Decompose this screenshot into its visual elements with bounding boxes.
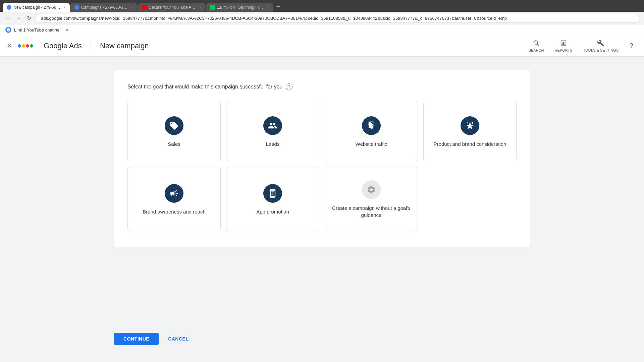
leads-icon-circle	[263, 116, 282, 135]
app-name-label: Google Ads	[38, 42, 82, 50]
campaign-card: Select the goal that would make this cam…	[114, 70, 530, 247]
goal-prompt-text: Select the goal that would make this cam…	[127, 84, 282, 90]
goal-card-product-brand[interactable]: Product and brand consideration	[423, 101, 517, 161]
page-title: New campaign	[100, 42, 149, 50]
header-divider: |	[90, 41, 92, 51]
tab-2-favicon	[74, 5, 79, 10]
header-left: ✕ Google Ads | New campaign	[7, 41, 525, 51]
tab-3[interactable]: Secure Your YouTube Account... ×	[138, 3, 205, 12]
goal-card-website-traffic[interactable]: Website traffic	[325, 101, 418, 161]
google-ads-logo: Google Ads	[18, 42, 82, 50]
close-campaign-button[interactable]: ✕	[7, 42, 12, 50]
no-goal-label: Create a campaign without a goal's guida…	[332, 204, 411, 219]
sparkle-icon	[465, 121, 475, 130]
tag-icon	[169, 121, 179, 130]
main-content: Select the goal that would make this cam…	[0, 57, 644, 325]
action-buttons: CONTINUE CANCEL	[94, 325, 550, 353]
search-label: SEARCH	[529, 48, 544, 52]
tab-4-close[interactable]: ×	[267, 5, 269, 9]
tools-settings-label: TOOLS & SETTINGS	[583, 48, 619, 52]
tab-1-title: New campaign - 279-560-1893...	[13, 5, 60, 10]
goal-help-icon[interactable]: ?	[286, 83, 292, 90]
cancel-button[interactable]: CANCEL	[165, 333, 191, 345]
refresh-button[interactable]: ↻	[25, 14, 33, 23]
notification-close-button[interactable]: ×	[66, 27, 68, 33]
new-tab-button[interactable]: +	[274, 2, 283, 12]
tab-1-close[interactable]: ×	[64, 5, 66, 9]
website-traffic-icon-circle	[362, 116, 381, 135]
cursor-icon	[367, 121, 376, 130]
goals-grid-row2: Brand awareness and reach App promotion …	[127, 167, 517, 231]
svg-point-1	[472, 122, 473, 124]
tab-2[interactable]: Campaigns - 279-860-1893 ×	[70, 3, 138, 12]
search-button[interactable]: SEARCH	[525, 37, 548, 55]
tab-1-favicon	[7, 5, 11, 10]
goals-grid-row1: Sales Leads Website traffic	[127, 101, 517, 161]
reports-button[interactable]: REPORTS	[550, 37, 576, 55]
forward-button[interactable]: →	[15, 14, 23, 23]
website-traffic-label: Website traffic	[356, 140, 387, 147]
goal-card-sales[interactable]: Sales	[127, 101, 221, 161]
browser-chrome: New campaign - 279-560-1893... × Campaig…	[0, 0, 644, 25]
product-brand-icon-circle	[461, 116, 479, 135]
tab-4-title: 1.8 million+ Stunning Free Im...	[217, 5, 264, 10]
leads-label: Leads	[266, 140, 280, 147]
tab-3-title: Secure Your YouTube Account...	[149, 5, 196, 10]
gear-icon	[367, 185, 376, 194]
logo-circle-green	[30, 44, 33, 48]
tools-settings-button[interactable]: TOOLS & SETTINGS	[579, 37, 623, 55]
tab-4[interactable]: 1.8 million+ Stunning Free Im... ×	[206, 3, 273, 12]
help-button[interactable]: ?	[625, 40, 637, 52]
logo-circle-yellow	[22, 44, 25, 48]
tab-2-title: Campaigns - 279-860-1893	[81, 5, 128, 10]
ads-header: ✕ Google Ads | New campaign SEARCH REPOR…	[0, 35, 644, 57]
no-goal-icon-circle	[362, 180, 381, 199]
header-right: SEARCH REPORTS TOOLS & SETTINGS ?	[525, 37, 637, 55]
reports-label: REPORTS	[554, 48, 572, 52]
brand-awareness-label: Brand awareness and reach	[143, 208, 206, 215]
tab-3-favicon	[142, 5, 147, 10]
logo-circle-red	[26, 44, 29, 48]
logo-circles	[18, 44, 33, 48]
app-promotion-label: App promotion	[256, 208, 289, 215]
app-promotion-icon-circle	[263, 184, 282, 203]
reports-icon	[560, 40, 567, 47]
tab-3-close[interactable]: ×	[199, 5, 201, 9]
notification-text: Link 1 YouTube channel	[14, 27, 60, 33]
tab-1[interactable]: New campaign - 279-560-1893... ×	[3, 3, 70, 12]
notification-bar: Link 1 YouTube channel ×	[0, 25, 644, 35]
notification-icon	[5, 27, 11, 33]
goal-card-no-goal[interactable]: Create a campaign without a goal's guida…	[325, 167, 418, 231]
tab-2-close[interactable]: ×	[131, 5, 133, 9]
continue-button[interactable]: CONTINUE	[114, 333, 159, 345]
product-brand-label: Product and brand consideration	[434, 140, 506, 147]
address-bar-row: ← → ↻	[0, 12, 644, 25]
tab-4-favicon	[210, 5, 215, 10]
back-button[interactable]: ←	[4, 14, 12, 23]
goal-card-brand-awareness[interactable]: Brand awareness and reach	[127, 167, 221, 231]
megaphone-icon	[169, 189, 179, 198]
tools-icon	[597, 40, 604, 47]
mobile-icon	[268, 189, 277, 198]
goal-card-leads[interactable]: Leads	[226, 101, 319, 161]
svg-point-2	[467, 122, 468, 123]
goal-prompt: Select the goal that would make this cam…	[127, 83, 517, 90]
tab-bar: New campaign - 279-560-1893... × Campaig…	[0, 0, 644, 12]
sales-label: Sales	[168, 140, 180, 147]
sales-icon-circle	[165, 116, 183, 135]
logo-circle-blue	[18, 44, 21, 48]
people-icon	[268, 121, 277, 130]
goal-card-app-promotion[interactable]: App promotion	[226, 167, 319, 231]
brand-awareness-icon-circle	[165, 184, 183, 203]
address-input[interactable]	[35, 14, 640, 23]
search-icon	[533, 40, 540, 47]
